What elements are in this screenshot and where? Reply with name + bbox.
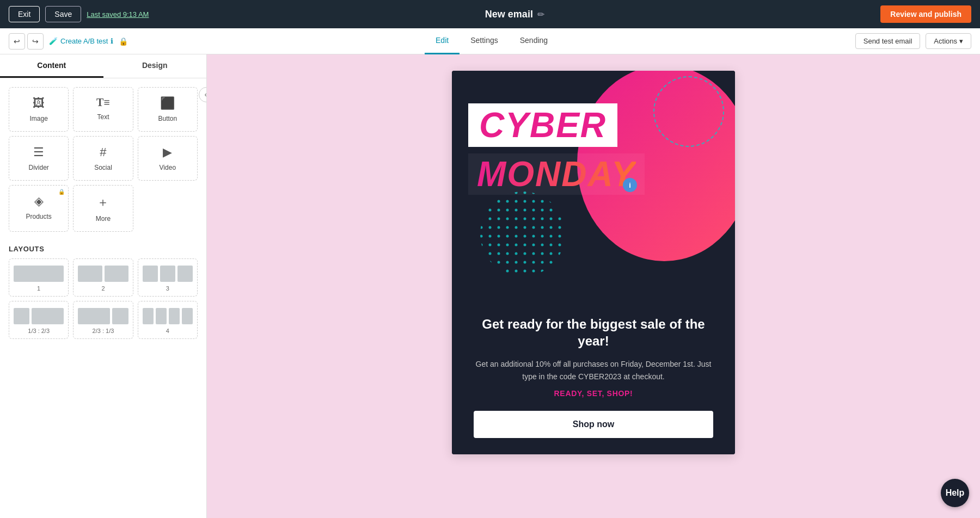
hero-dashed-circle	[653, 76, 724, 147]
text-label: Text	[97, 113, 109, 121]
layout-preview-1-3-2-3	[14, 308, 64, 324]
products-icon: ◈	[34, 194, 44, 208]
shop-now-button[interactable]: Shop now	[474, 411, 713, 438]
layout-item-3[interactable]: 3	[138, 258, 198, 297]
layout-preview-4	[143, 308, 193, 324]
email-hero: CYBER MONDAY i	[452, 71, 735, 299]
layout-bar	[32, 308, 64, 324]
info-icon: ℹ	[111, 37, 113, 45]
products-lock-icon: 🔒	[58, 189, 65, 195]
layout-preview-1	[14, 266, 64, 282]
sidebar-tab-bar: Content Design	[0, 54, 206, 78]
layout-bar	[143, 308, 154, 324]
ab-icon: 🧪	[49, 37, 58, 45]
content-item-more[interactable]: ＋ More	[73, 185, 133, 232]
undo-button[interactable]: ↩	[9, 33, 25, 50]
layout-bar	[112, 308, 128, 324]
ab-test-link[interactable]: 🧪 Create A/B test ℹ	[49, 37, 113, 45]
layout-item-1[interactable]: 1	[9, 258, 69, 297]
layout-label-1-3-2-3: 1/3 : 2/3	[14, 328, 64, 334]
social-icon: #	[100, 145, 106, 159]
email-body-cta[interactable]: READY, SET, SHOP!	[474, 389, 713, 398]
image-label: Image	[29, 115, 47, 122]
tab-edit[interactable]: Edit	[425, 28, 460, 54]
monday-text: MONDAY	[477, 157, 636, 192]
divider-label: Divider	[28, 164, 48, 171]
content-item-image[interactable]: 🖼 Image	[9, 87, 69, 132]
sidebar-tab-design[interactable]: Design	[103, 54, 207, 78]
info-badge[interactable]: i	[623, 178, 637, 192]
button-label: Button	[158, 115, 177, 122]
tab-bar: Edit Settings Sending	[425, 28, 559, 54]
content-item-divider[interactable]: ☰ Divider	[9, 136, 69, 181]
layout-label-1: 1	[14, 285, 64, 292]
layout-label-2: 2	[78, 285, 128, 292]
content-items-section: 🖼 Image T≡ Text ⬛ Button ☰ Divider #	[0, 78, 206, 245]
undo-redo-group: ↩ ↪	[9, 33, 44, 50]
tab-sending[interactable]: Sending	[509, 28, 559, 54]
text-icon: T≡	[96, 96, 110, 109]
exit-button[interactable]: Exit	[9, 6, 40, 22]
content-grid: 🖼 Image T≡ Text ⬛ Button ☰ Divider #	[9, 87, 198, 232]
main-layout: Content Design « 🖼 Image T≡ Text ⬛ Butto…	[0, 54, 980, 518]
last-saved-text[interactable]: Last saved 9:13 AM	[87, 10, 149, 18]
divider-icon: ☰	[33, 145, 44, 159]
more-label: More	[96, 215, 111, 223]
layout-item-4[interactable]: 4	[138, 301, 198, 339]
layout-bar	[177, 266, 193, 282]
lock-icon[interactable]: 🔒	[119, 37, 128, 46]
layout-bar	[156, 308, 167, 324]
top-bar-center: New email ✏	[485, 9, 544, 20]
layout-item-2-3-1-3[interactable]: 2/3 : 1/3	[73, 301, 133, 339]
tab-settings[interactable]: Settings	[460, 28, 509, 54]
content-item-products[interactable]: 🔒 ◈ Products	[9, 185, 69, 232]
secondary-left: ↩ ↪ 🧪 Create A/B test ℹ 🔒	[9, 33, 128, 50]
secondary-bar: ↩ ↪ 🧪 Create A/B test ℹ 🔒 Edit Settings …	[0, 28, 980, 54]
sidebar: Content Design « 🖼 Image T≡ Text ⬛ Butto…	[0, 54, 207, 518]
layout-bar	[78, 308, 110, 324]
social-label: Social	[94, 164, 112, 171]
video-label: Video	[160, 164, 176, 171]
content-item-button[interactable]: ⬛ Button	[138, 87, 198, 132]
help-button[interactable]: Help	[941, 479, 969, 507]
layout-label-3: 3	[143, 285, 193, 292]
email-preview: CYBER MONDAY i Get ready for the biggest…	[452, 71, 735, 454]
image-icon: 🖼	[33, 96, 45, 110]
redo-button[interactable]: ↪	[27, 33, 44, 50]
top-bar-left: Exit Save Last saved 9:13 AM	[9, 6, 149, 22]
email-title: New email	[485, 9, 533, 20]
review-publish-button[interactable]: Review and publish	[880, 5, 971, 23]
layout-bar	[169, 308, 180, 324]
cyber-text: CYBER	[479, 108, 607, 143]
sidebar-tab-content[interactable]: Content	[0, 54, 103, 78]
layout-preview-3	[143, 266, 193, 282]
content-item-video[interactable]: ▶ Video	[138, 136, 198, 181]
layout-item-1-3-2-3[interactable]: 1/3 : 2/3	[9, 301, 69, 339]
top-bar: Exit Save Last saved 9:13 AM New email ✏…	[0, 0, 980, 28]
email-body-text: Get an additional 10% off all purchases …	[474, 358, 713, 383]
content-item-text[interactable]: T≡ Text	[73, 87, 133, 132]
products-label: Products	[26, 213, 51, 220]
layout-bar	[143, 266, 158, 282]
layout-item-2[interactable]: 2	[73, 258, 133, 297]
layout-bar	[14, 308, 29, 324]
layout-label-4: 4	[143, 328, 193, 334]
layout-bar	[14, 266, 64, 282]
content-item-social[interactable]: # Social	[73, 136, 133, 181]
layouts-section-label: LAYOUTS	[0, 245, 206, 258]
edit-icon[interactable]: ✏	[537, 9, 544, 20]
button-icon: ⬛	[160, 96, 175, 110]
save-button[interactable]: Save	[45, 6, 81, 22]
send-test-email-button[interactable]: Send test email	[855, 33, 921, 49]
chevron-down-icon: ▾	[959, 37, 963, 45]
actions-button[interactable]: Actions ▾	[926, 33, 971, 49]
email-body: Get ready for the biggest sale of the ye…	[452, 299, 735, 454]
layout-bar	[78, 266, 102, 282]
layout-bar	[160, 266, 175, 282]
layout-bar	[182, 308, 193, 324]
secondary-right: Send test email Actions ▾	[855, 33, 971, 49]
more-icon: ＋	[97, 194, 109, 211]
canvas-area: CYBER MONDAY i Get ready for the biggest…	[207, 54, 980, 518]
svg-point-1	[480, 192, 565, 276]
cyber-box: CYBER	[468, 103, 617, 147]
